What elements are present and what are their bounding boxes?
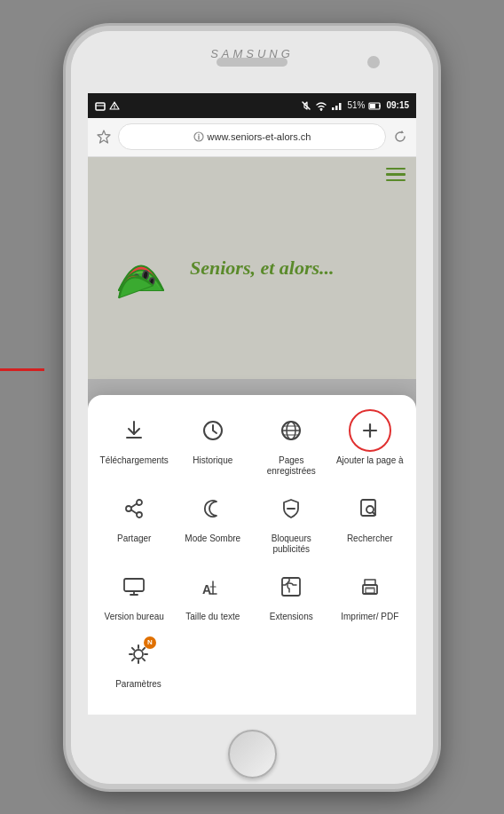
share-icon xyxy=(122,496,146,521)
menu-item-history[interactable]: Historique xyxy=(178,409,248,477)
status-right: 51% 09:15 xyxy=(301,100,409,111)
status-bar: 51% 09:15 xyxy=(88,93,416,118)
svg-line-32 xyxy=(131,503,137,507)
downloads-label: Téléchargements xyxy=(100,455,169,466)
phone-top-bezel: SAMSUNG xyxy=(71,31,433,93)
phone-screen: 51% 09:15 xyxy=(88,93,416,715)
menu-row-2: Partager Mode Sombre xyxy=(95,487,409,555)
website-content: Seniors, et alors... xyxy=(88,157,416,379)
svg-rect-38 xyxy=(124,579,144,591)
svg-line-33 xyxy=(131,510,137,513)
battery-percent: 51% xyxy=(347,100,365,110)
menu-item-dark-mode[interactable]: Mode Sombre xyxy=(178,487,248,555)
hamburger-line-1 xyxy=(386,168,406,170)
extensions-label: Extensions xyxy=(270,612,313,622)
svg-rect-7 xyxy=(335,106,338,110)
history-label: Historique xyxy=(193,455,232,466)
hamburger-line-3 xyxy=(386,179,406,182)
printer-icon xyxy=(358,574,382,599)
settings-icon-wrap: N xyxy=(117,633,160,676)
wifi-icon xyxy=(315,100,327,111)
hamburger-line-2 xyxy=(386,173,406,176)
menu-panel: Téléchargements Historique xyxy=(88,395,416,715)
dark-mode-icon-wrap xyxy=(192,487,234,530)
svg-point-14 xyxy=(198,134,199,135)
phone-frame: SAMSUNG xyxy=(66,26,438,789)
settings-badge: N xyxy=(144,636,156,649)
add-page-icon-wrap xyxy=(349,409,391,452)
history-icon-wrap xyxy=(192,409,234,452)
svg-point-49 xyxy=(134,650,143,659)
menu-row-4: N Paramètres xyxy=(95,633,409,690)
search-icon xyxy=(358,496,382,521)
notification-icon xyxy=(95,100,106,111)
svg-point-31 xyxy=(137,512,142,518)
home-button[interactable] xyxy=(228,730,277,778)
globe-icon xyxy=(279,418,303,443)
site-title: Seniors, et alors... xyxy=(190,257,335,280)
menu-item-text-size[interactable]: A Taille du texte xyxy=(178,565,248,622)
menu-item-saved-pages[interactable]: Pages enregistrées xyxy=(256,409,326,477)
menu-item-share[interactable]: Partager xyxy=(99,487,169,555)
menu-item-add-page[interactable]: Ajouter la page à xyxy=(335,409,405,477)
search-label: Rechercher xyxy=(347,533,393,544)
phone-camera xyxy=(367,56,380,68)
svg-point-3 xyxy=(114,107,114,108)
text-size-icon: A xyxy=(201,574,225,599)
menu-item-desktop-version[interactable]: Version bureau xyxy=(99,565,169,622)
signal-icon xyxy=(331,100,343,111)
dark-mode-label: Mode Sombre xyxy=(185,533,240,544)
url-text: www.seniors-et-alors.ch xyxy=(208,131,311,142)
menu-item-downloads[interactable]: Téléchargements xyxy=(99,409,169,477)
url-box[interactable]: www.seniors-et-alors.ch xyxy=(118,123,386,150)
add-page-label: Ajouter la page à xyxy=(336,455,404,466)
svg-point-29 xyxy=(137,500,142,505)
svg-rect-45 xyxy=(282,578,300,596)
moon-icon xyxy=(201,496,225,521)
svg-point-30 xyxy=(126,506,131,511)
menu-item-print[interactable]: Imprimer/ PDF xyxy=(335,565,405,622)
svg-rect-10 xyxy=(370,104,375,108)
ad-blocker-label: Bloqueurs publicités xyxy=(256,533,326,555)
annotation-arrow xyxy=(0,368,44,371)
desktop-icon xyxy=(122,574,146,599)
svg-rect-6 xyxy=(332,107,335,110)
svg-rect-47 xyxy=(366,589,374,593)
clock-icon xyxy=(201,418,225,443)
status-left xyxy=(95,100,120,111)
share-icon-wrap xyxy=(113,487,155,530)
settings-label: Paramètres xyxy=(115,679,161,690)
menu-item-extensions[interactable]: Extensions xyxy=(256,565,326,622)
search-icon-wrap xyxy=(349,487,391,530)
shield-icon xyxy=(279,496,303,521)
bookmark-icon[interactable] xyxy=(95,128,113,146)
print-icon-wrap xyxy=(349,565,391,608)
desktop-version-icon-wrap xyxy=(113,565,155,608)
text-size-label: Taille du texte xyxy=(185,612,240,622)
info-icon xyxy=(193,131,204,142)
extension-icon xyxy=(279,574,303,599)
download-icon-wrap xyxy=(113,409,155,452)
ad-blocker-icon-wrap xyxy=(270,487,312,530)
battery-icon xyxy=(368,100,382,111)
watermelon-image xyxy=(106,233,177,304)
phone-bottom-bezel xyxy=(71,715,433,789)
share-label: Partager xyxy=(117,533,151,544)
plus-icon xyxy=(358,418,382,443)
saved-pages-label: Pages enregistrées xyxy=(256,455,326,477)
menu-item-ad-blocker[interactable]: Bloqueurs publicités xyxy=(256,487,326,555)
menu-row-3: Version bureau A Taille du texte xyxy=(95,565,409,622)
mute-icon xyxy=(301,100,311,111)
browser-bar: www.seniors-et-alors.ch xyxy=(88,118,416,157)
warning-icon xyxy=(109,100,120,111)
extensions-icon-wrap xyxy=(270,565,312,608)
brand-label: SAMSUNG xyxy=(210,47,294,60)
menu-row-1: Téléchargements Historique xyxy=(95,409,409,477)
menu-item-settings[interactable]: N Paramètres xyxy=(104,633,173,690)
svg-rect-8 xyxy=(339,103,342,110)
download-icon xyxy=(122,418,146,443)
hamburger-menu[interactable] xyxy=(386,168,406,182)
svg-point-5 xyxy=(320,109,322,111)
reload-icon[interactable] xyxy=(391,128,409,146)
menu-item-search[interactable]: Rechercher xyxy=(335,487,405,555)
